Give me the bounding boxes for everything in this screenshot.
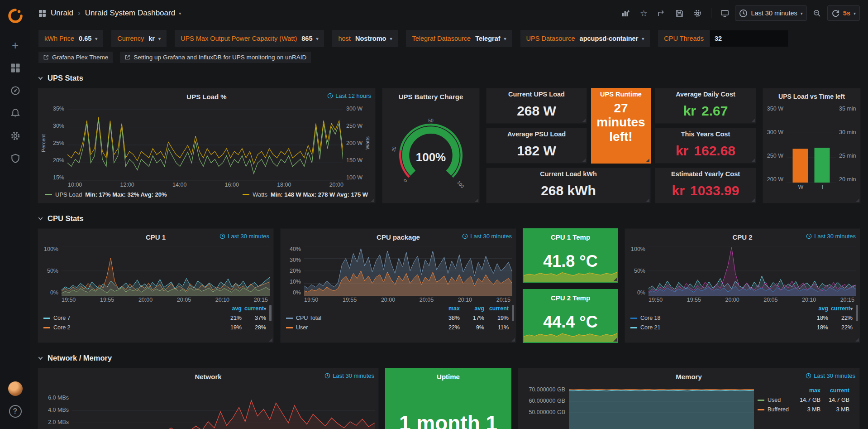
- panel-title[interactable]: Uptime: [386, 368, 511, 385]
- legend-scrollbar[interactable]: [269, 305, 272, 321]
- panel-time-badge[interactable]: Last 30 minutes: [806, 233, 856, 240]
- dashboard-settings-button[interactable]: [690, 5, 706, 21]
- y-axis-left: 6.0 MBs 4.0 MBs 2.0 MBs: [41, 386, 72, 429]
- sidebar-item-explore[interactable]: [5, 82, 25, 100]
- variable-host[interactable]: host Nostromo▾: [332, 30, 398, 47]
- save-dashboard-button[interactable]: [672, 5, 687, 21]
- variable-ups-datasource[interactable]: UPS Datasource apcupsd-container▾: [520, 30, 650, 47]
- monitor-icon: [720, 9, 729, 18]
- sidebar-item-dashboards[interactable]: [5, 59, 25, 77]
- panel-time-badge[interactable]: Last 30 minutes: [806, 372, 855, 379]
- x-tick: 19:55: [687, 297, 701, 303]
- x-tick: 14:00: [172, 182, 186, 188]
- y-axis-title-right: Watts: [365, 106, 372, 181]
- dashboard-title[interactable]: Unraid System Dashboard ▾: [85, 9, 181, 18]
- legend-series-core21[interactable]: Core 21: [630, 324, 660, 331]
- network-graph[interactable]: [72, 386, 375, 429]
- legend-avg-value: 21%: [217, 315, 242, 321]
- legend-series-used[interactable]: Used: [758, 397, 781, 403]
- panel-title-text: Current Load kWh: [540, 170, 597, 178]
- panel-title[interactable]: UPS Load %: [38, 88, 375, 105]
- memory-graph[interactable]: [569, 386, 754, 429]
- legend-series-core18[interactable]: Core 18: [630, 315, 660, 321]
- legend-item-ups-load[interactable]: UPS Load Min: 17% Max: 32% Avg: 20%: [45, 191, 167, 198]
- panel-time-badge[interactable]: Last 30 minutes: [219, 233, 269, 240]
- refresh-picker[interactable]: 5s ▾: [827, 5, 860, 21]
- y-axis-left: 100% 50% 0%: [41, 246, 62, 296]
- legend-current-value: 37%: [242, 315, 266, 321]
- share-dashboard-button[interactable]: [653, 5, 669, 21]
- help-button[interactable]: ?: [5, 402, 25, 420]
- time-range-picker[interactable]: Last 30 minutes ▾: [735, 5, 806, 21]
- legend-col-current[interactable]: current: [820, 387, 849, 394]
- legend-col-max[interactable]: max: [435, 305, 460, 312]
- variable-ups-max-power[interactable]: UPS Max Output Power Capacity (Watt) 865…: [175, 30, 324, 47]
- cpu2-graph[interactable]: [649, 246, 856, 296]
- series-color-swatch: [43, 327, 50, 328]
- panel-title-text: CPU 1 Temp: [551, 233, 590, 241]
- cpu-threads-input[interactable]: [710, 30, 789, 47]
- y-tick: 25%: [48, 140, 64, 146]
- dashboard-links-row: Grafana Plex Theme Setting up Grafana an…: [30, 47, 868, 63]
- panel-time-badge[interactable]: Last 12 hours: [327, 92, 371, 99]
- panel-time-badge[interactable]: Last 30 minutes: [462, 233, 512, 240]
- load-vs-time-bar-chart[interactable]: [787, 106, 836, 183]
- variable-kwh-price[interactable]: kWh Price 0.65▾: [38, 30, 103, 47]
- add-panel-button[interactable]: [618, 5, 634, 21]
- legend-col-avg[interactable]: avg: [804, 305, 828, 312]
- legend-series-cpu-total[interactable]: CPU Total: [286, 315, 321, 321]
- legend-label[interactable]: Watts: [253, 191, 267, 198]
- legend-current-value: 11%: [484, 324, 509, 331]
- legend-col-current[interactable]: current▾: [828, 305, 853, 312]
- legend-scrollbar[interactable]: [856, 305, 858, 321]
- create-button[interactable]: +: [5, 36, 25, 54]
- legend-label[interactable]: UPS Load: [55, 191, 82, 198]
- variable-telegraf-datasource[interactable]: Telegraf Datasource Telegraf▾: [406, 30, 512, 47]
- link-ups-monitoring-guide[interactable]: Setting up Grafana and InfluxDB for UPS …: [120, 52, 311, 63]
- variable-value: Telegraf: [475, 35, 500, 42]
- legend-series-user[interactable]: User: [286, 324, 308, 331]
- panel-title-text: CPU package: [377, 233, 420, 241]
- y-tick: 70.000000 GB: [529, 386, 565, 393]
- caret-down-icon: ▾: [504, 36, 506, 41]
- cycle-view-mode-button[interactable]: [717, 5, 733, 21]
- y-axis-left: 100% 50% 0%: [628, 246, 649, 296]
- caret-down-icon: ▾: [316, 36, 318, 41]
- row-header-cpu-stats[interactable]: CPU Stats: [38, 214, 861, 223]
- legend-item-watts[interactable]: Watts Min: 148 W Max: 278 W Avg: 175 W: [243, 191, 368, 198]
- sidebar-item-server-admin[interactable]: [5, 149, 25, 168]
- stat-value: 162.68: [694, 143, 735, 159]
- legend-col-current[interactable]: current: [484, 305, 509, 312]
- legend-series-core7[interactable]: Core 7: [43, 315, 71, 321]
- panel-time-badge[interactable]: Last 30 minutes: [324, 372, 374, 379]
- legend-series-buffered[interactable]: Buffered: [758, 406, 789, 413]
- row-header-network-memory[interactable]: Network / Memory: [38, 354, 861, 362]
- legend-col-avg[interactable]: avg: [217, 305, 242, 312]
- panel-title[interactable]: UPS Load vs Time left: [763, 88, 860, 105]
- variable-currency[interactable]: Currency kr▾: [111, 30, 167, 47]
- legend-scrollbar[interactable]: [512, 305, 514, 321]
- grafana-logo[interactable]: [5, 7, 25, 25]
- star-dashboard-button[interactable]: ☆: [636, 5, 651, 21]
- row-header-ups-stats[interactable]: UPS Stats: [38, 74, 861, 82]
- cpu1-graph[interactable]: [62, 246, 270, 296]
- panel-title[interactable]: UPS Battery Charge: [382, 88, 479, 105]
- dashboard-squares-icon[interactable]: [38, 10, 46, 17]
- link-grafana-plex-theme[interactable]: Grafana Plex Theme: [38, 52, 113, 63]
- legend-series-core2[interactable]: Core 2: [43, 324, 71, 331]
- sidebar-item-alerting[interactable]: [5, 104, 25, 122]
- legend-col-max[interactable]: max: [792, 387, 820, 394]
- caret-down-icon: ▾: [264, 306, 266, 311]
- cpu1-temp-sparkline: [524, 270, 617, 282]
- sidebar-item-configuration[interactable]: [5, 127, 25, 145]
- refresh-icon: [831, 9, 840, 18]
- zoom-out-button[interactable]: [809, 5, 825, 21]
- legend-col-avg[interactable]: avg: [460, 305, 484, 312]
- legend-col-current[interactable]: current▾: [242, 305, 266, 312]
- breadcrumb-app[interactable]: Unraid: [51, 9, 73, 18]
- ups-load-graph[interactable]: [67, 106, 343, 181]
- user-profile-button[interactable]: [5, 380, 25, 398]
- cpu-package-graph[interactable]: [304, 246, 512, 296]
- panel-title[interactable]: UPS Runtime: [591, 88, 650, 100]
- variable-value: kr: [148, 35, 155, 42]
